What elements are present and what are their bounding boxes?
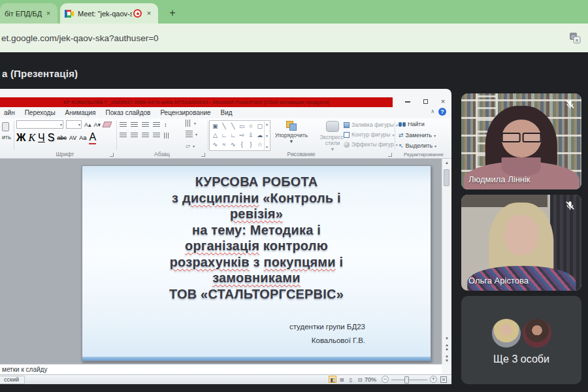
scroll-thumb[interactable]: [444, 169, 449, 186]
grow-font-button[interactable]: А▴: [84, 121, 91, 129]
ribbon-tab[interactable]: айн: [4, 109, 15, 116]
numbering-icon[interactable]: [131, 122, 138, 128]
dialog-launcher-icon[interactable]: [201, 153, 205, 157]
shape-outline-button[interactable]: Контур фигуры▾: [344, 131, 394, 138]
clear-formatting-icon[interactable]: [102, 122, 112, 127]
ribbon-tab[interactable]: Вид: [221, 109, 233, 116]
ribbon-tab[interactable]: Переходы: [25, 109, 56, 116]
shape-icon[interactable]: ∿: [212, 140, 219, 149]
align-right-icon[interactable]: [142, 133, 149, 139]
collapse-ribbon-icon[interactable]: ∧: [431, 108, 434, 114]
scroll-down-icon[interactable]: ▼: [442, 336, 451, 340]
shape-icon[interactable]: ⇨: [238, 131, 246, 140]
paste-button[interactable]: ить: [2, 134, 11, 140]
participant-video-tile[interactable]: Ольга Арістова: [461, 195, 581, 291]
minimize-icon[interactable]: [403, 97, 412, 106]
zoom-out-button[interactable]: −: [382, 376, 389, 383]
help-icon[interactable]: ?: [438, 108, 446, 116]
shapes-gallery[interactable]: ▣╲╲▭○▢ △∟∟⇨⇩☁ ∿≈∿{}☆ ▲▼▼: [209, 120, 270, 151]
font-style-button[interactable]: АV: [69, 135, 76, 141]
zoom-level[interactable]: 70%: [365, 376, 376, 383]
slide-credits-textbox[interactable]: студентки групи БД23 Ковальової Г.В.: [289, 320, 365, 348]
tab-close-icon[interactable]: ×: [44, 9, 53, 18]
shape-icon[interactable]: ☆: [256, 140, 263, 149]
tab-close-icon[interactable]: ×: [144, 9, 154, 18]
zoom-slider-thumb[interactable]: [404, 376, 409, 384]
slide-canvas[interactable]: КУРСОВА РОБОТАз дисципліни «Контроль іре…: [0, 159, 442, 364]
shape-icon[interactable]: {: [238, 140, 246, 149]
powerpoint-window[interactable]: КР КОВАЛЬОВА Г._e589f537-558b-447b-a40e-…: [0, 89, 451, 384]
justify-icon[interactable]: [153, 133, 160, 139]
ribbon-tab[interactable]: Анимация: [65, 109, 96, 116]
scroll-up-icon[interactable]: ▲: [442, 161, 451, 165]
shape-icon[interactable]: ╲: [229, 122, 237, 131]
view-button-icon[interactable]: ⊞: [338, 376, 346, 383]
shape-icon[interactable]: ∟: [229, 131, 237, 140]
font-size-select[interactable]: ▾: [66, 120, 82, 129]
columns-icon[interactable]: [164, 133, 170, 139]
smartart-icon[interactable]: ▱: [186, 142, 190, 150]
vertical-scrollbar[interactable]: ▲ ▼ ▲▲ ▼▼: [442, 159, 451, 364]
shape-effects-button[interactable]: Эффекты фигур▾: [344, 141, 398, 148]
dialog-launcher-icon[interactable]: [388, 153, 392, 157]
new-tab-button[interactable]: +: [165, 6, 180, 20]
bullets-icon[interactable]: [120, 122, 127, 128]
find-button[interactable]: Найти: [399, 121, 425, 127]
slide[interactable]: КУРСОВА РОБОТАз дисципліни «Контроль іре…: [82, 165, 431, 361]
align-center-icon[interactable]: [131, 133, 138, 139]
font-style-button[interactable]: Ж: [16, 132, 25, 144]
shrink-font-button[interactable]: А▾: [94, 121, 101, 129]
shape-icon[interactable]: ≈: [221, 140, 228, 149]
shape-icon[interactable]: ⇩: [248, 131, 255, 140]
shapes-scrollbar[interactable]: ▲▼▼: [264, 122, 269, 150]
line-spacing-icon[interactable]: ↕: [164, 121, 167, 129]
paste-icon[interactable]: [2, 122, 9, 131]
arrange-button[interactable]: Упорядочить ▾: [273, 121, 310, 144]
text-direction-icon[interactable]: [186, 120, 191, 127]
shape-fill-button[interactable]: Заливка фигуры▾: [344, 122, 398, 128]
shape-icon[interactable]: ▭: [238, 122, 246, 131]
ribbon-tab[interactable]: Показ слайдов: [106, 109, 151, 116]
browser-tab-inactive[interactable]: біт ЕПД/БД ×: [0, 3, 57, 24]
translate-icon[interactable]: Gя: [569, 32, 581, 44]
restore-icon[interactable]: [421, 97, 430, 106]
fit-to-window-icon[interactable]: [440, 376, 447, 383]
zoom-slider-track[interactable]: [391, 380, 427, 380]
ribbon-tab[interactable]: Рецензирование: [160, 109, 210, 116]
font-style-button[interactable]: Аа: [79, 135, 86, 141]
shape-icon[interactable]: ○: [248, 122, 255, 131]
align-text-icon[interactable]: [186, 131, 193, 138]
shape-icon[interactable]: ╲: [221, 122, 228, 131]
shape-icon[interactable]: ☁: [256, 131, 263, 140]
increase-indent-icon[interactable]: [153, 122, 160, 128]
notes-pane[interactable]: метки к слайду: [0, 364, 442, 374]
align-left-icon[interactable]: [120, 133, 127, 139]
url-text[interactable]: et.google.com/jek-qaov-ska?authuser=0: [1, 33, 159, 43]
select-button[interactable]: ↖ Выделить▾: [399, 142, 436, 150]
replace-button[interactable]: ⇄ Заменить▾: [399, 131, 436, 139]
participant-video-tile[interactable]: Людмила Ліннік: [461, 93, 581, 189]
next-slide-icon[interactable]: ▼▼: [442, 355, 451, 363]
view-button-icon[interactable]: ◧: [329, 376, 336, 383]
font-style-button[interactable]: К: [28, 132, 35, 144]
dialog-launcher-icon[interactable]: [110, 153, 114, 157]
shape-icon[interactable]: }: [248, 140, 255, 149]
language-status[interactable]: сский: [0, 376, 25, 384]
browser-tab-active[interactable]: Meet: "jek-qaov-ska" ×: [60, 3, 158, 24]
view-button-icon[interactable]: ⊡: [356, 376, 364, 383]
decrease-indent-icon[interactable]: [142, 122, 149, 128]
shape-icon[interactable]: ▢: [256, 122, 263, 131]
address-bar[interactable]: et.google.com/jek-qaov-ska?authuser=0 Gя: [0, 24, 588, 52]
shape-icon[interactable]: ∿: [229, 140, 237, 149]
zoom-in-button[interactable]: +: [430, 376, 437, 383]
shape-icon[interactable]: △: [212, 131, 219, 140]
more-participants-tile[interactable]: Ще 3 особи: [461, 296, 581, 384]
font-style-button[interactable]: Ч: [38, 132, 45, 144]
font-name-select[interactable]: ▾: [16, 120, 63, 129]
close-icon[interactable]: ×: [438, 97, 448, 106]
previous-slide-icon[interactable]: ▲▲: [442, 343, 451, 351]
font-style-button[interactable]: abc: [57, 135, 67, 141]
view-button-icon[interactable]: ▯: [347, 376, 355, 383]
slide-title-textbox[interactable]: КУРСОВА РОБОТАз дисципліни «Контроль іре…: [94, 174, 419, 302]
font-style-button[interactable]: А: [89, 131, 96, 144]
